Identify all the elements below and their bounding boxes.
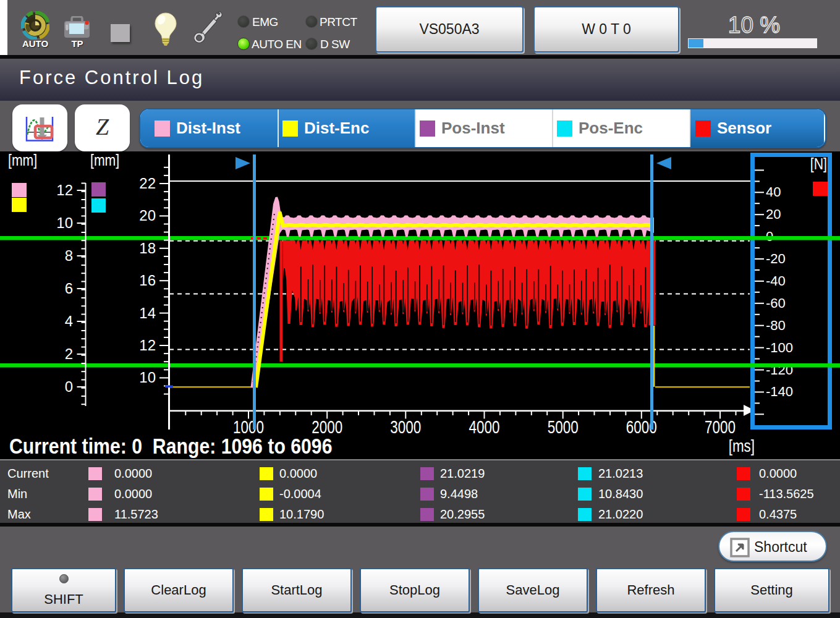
svg-text:2: 2 [65, 345, 73, 362]
svg-text:3000: 3000 [390, 417, 421, 438]
svg-text:-40: -40 [766, 273, 786, 289]
svg-text:4000: 4000 [469, 417, 499, 438]
svg-text:8: 8 [65, 247, 73, 264]
svg-text:-20: -20 [766, 251, 786, 266]
svg-text:16: 16 [139, 272, 156, 289]
svg-text:20: 20 [766, 206, 781, 222]
svg-text:[ms]: [ms] [729, 436, 755, 455]
svg-text:5000: 5000 [548, 417, 579, 438]
svg-text:-80: -80 [766, 318, 786, 333]
svg-text:4: 4 [65, 313, 73, 329]
svg-text:[mm]: [mm] [90, 151, 119, 169]
svg-text:40: 40 [766, 184, 781, 200]
svg-text:-140: -140 [766, 384, 793, 399]
svg-text:14: 14 [139, 305, 156, 321]
svg-text:-60: -60 [766, 295, 786, 311]
svg-text:10: 10 [56, 214, 73, 231]
svg-text:6: 6 [65, 280, 73, 297]
svg-text:12: 12 [139, 337, 156, 353]
svg-text:22: 22 [139, 175, 156, 192]
svg-text:10: 10 [139, 369, 156, 386]
svg-text:[N]: [N] [810, 155, 827, 172]
svg-text:-100: -100 [766, 340, 793, 355]
svg-text:0: 0 [65, 378, 73, 395]
svg-text:Current time: 0 Range: 1096 t: Current time: 0 Range: 1096 to 6096 [9, 434, 333, 459]
svg-text:18: 18 [139, 240, 156, 256]
svg-text:20: 20 [139, 207, 156, 224]
svg-text:12: 12 [56, 182, 73, 198]
svg-text:7000: 7000 [705, 417, 736, 438]
svg-text:[mm]: [mm] [8, 151, 37, 169]
